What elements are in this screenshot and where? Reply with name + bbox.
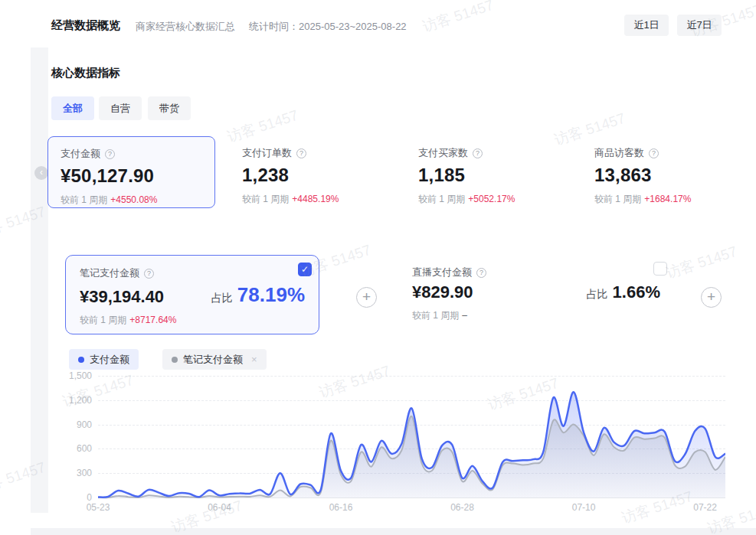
metric-label-text: 支付买家数 bbox=[418, 146, 468, 160]
business-data-overview-page: 访客 51457访客 51457访客 51457访客 51457访客 51457… bbox=[0, 0, 756, 535]
info-icon[interactable]: ? bbox=[144, 269, 154, 279]
x-axis-tick: 06-28 bbox=[450, 502, 474, 513]
sub-card-label: 笔记支付金额? bbox=[80, 266, 305, 280]
x-axis-tick: 06-04 bbox=[208, 502, 231, 513]
y-axis-tick: 600 bbox=[55, 443, 92, 454]
metric-value: ¥50,127.90 bbox=[61, 165, 202, 187]
tab-1[interactable]: 自营 bbox=[99, 96, 142, 120]
trend-area-chart bbox=[98, 373, 725, 499]
metric-label: 支付订单数? bbox=[242, 146, 385, 160]
info-icon[interactable]: ? bbox=[296, 148, 306, 158]
legend-pill-0[interactable]: 支付金额 bbox=[69, 349, 139, 370]
compare-delta: +5052.17% bbox=[468, 194, 515, 204]
sub-card-value: ¥829.90 bbox=[412, 282, 473, 302]
sub-card-0[interactable]: ✓笔记支付金额?¥39,194.40占比78.19%较前 1 周期+8717.6… bbox=[65, 255, 319, 334]
carousel-left-arrow[interactable]: ‹ bbox=[34, 166, 48, 180]
info-icon[interactable]: ? bbox=[649, 148, 659, 158]
metric-compare: 较前 1 周期+1684.17% bbox=[594, 193, 738, 206]
x-axis-tick: 07-10 bbox=[572, 502, 596, 513]
info-icon[interactable]: ? bbox=[476, 268, 486, 278]
metric-compare: 较前 1 周期+4485.19% bbox=[242, 193, 385, 206]
add-metric-button-1[interactable]: + bbox=[356, 287, 377, 308]
note-payment-area bbox=[98, 416, 725, 497]
metric-label: 支付金额? bbox=[61, 147, 202, 161]
metric-label-text: 支付金额 bbox=[61, 147, 100, 161]
compare-label: 较前 1 周期 bbox=[418, 194, 465, 204]
metric-value: 1,185 bbox=[418, 165, 561, 186]
metric-compare: 较前 1 周期+5052.17% bbox=[418, 193, 561, 206]
legend-label: 支付金额 bbox=[90, 353, 129, 367]
compare-label: 较前 1 周期 bbox=[594, 194, 641, 204]
compare-label: 较前 1 周期 bbox=[80, 315, 126, 325]
y-axis-tick: 900 bbox=[55, 419, 92, 430]
share-group: 占比78.19% bbox=[211, 283, 305, 307]
sub-card-label: 直播支付金额? bbox=[412, 266, 660, 279]
share-value: 78.19% bbox=[237, 283, 305, 307]
metric-card-2[interactable]: 支付买家数?1,185较前 1 周期+5052.17% bbox=[406, 136, 574, 208]
y-axis-tick: 300 bbox=[55, 468, 92, 478]
compare-label: 较前 1 周期 bbox=[242, 194, 289, 204]
share-label: 占比 bbox=[587, 288, 608, 302]
y-axis-tick: 1,500 bbox=[55, 370, 92, 381]
x-axis-tick: 07-22 bbox=[693, 502, 717, 513]
sub-card-compare: 较前 1 周期– bbox=[412, 309, 660, 322]
compare-label: 较前 1 周期 bbox=[61, 194, 107, 205]
metric-label-text: 商品访客数 bbox=[594, 146, 644, 160]
close-icon[interactable]: × bbox=[251, 354, 257, 365]
range-button-7day[interactable]: 近7日 bbox=[677, 15, 722, 36]
sub-card-values: ¥39,194.40占比78.19% bbox=[80, 283, 305, 307]
metric-label: 商品访客数? bbox=[594, 146, 738, 160]
section-title-core-metrics: 核心数据指标 bbox=[51, 66, 120, 80]
legend-dot bbox=[172, 357, 178, 363]
metric-card-3[interactable]: 商品访客数?13,863较前 1 周期+1684.17% bbox=[582, 136, 750, 208]
left-gutter bbox=[31, 47, 48, 513]
compare-label: 较前 1 周期 bbox=[412, 310, 459, 321]
y-axis-tick: 1,200 bbox=[55, 395, 92, 406]
metric-label: 支付买家数? bbox=[418, 146, 561, 160]
range-button-1day[interactable]: 近1日 bbox=[624, 15, 669, 36]
page-title: 经营数据概览 bbox=[51, 18, 120, 33]
compare-delta: – bbox=[462, 310, 467, 321]
metric-card-0[interactable]: 支付金额?¥50,127.90较前 1 周期+4550.08% bbox=[47, 136, 215, 208]
x-axis-tick: 06-16 bbox=[329, 502, 353, 513]
legend-dot bbox=[78, 357, 84, 363]
legend-label: 笔记支付金额 bbox=[183, 353, 243, 367]
y-axis-tick: 0 bbox=[55, 492, 92, 503]
compare-delta: +8717.64% bbox=[129, 315, 176, 325]
share-value: 1.66% bbox=[613, 282, 660, 302]
checkbox-checked[interactable]: ✓ bbox=[298, 263, 312, 276]
visitor-watermark: 访客 51457 bbox=[420, 0, 496, 37]
metric-value: 13,863 bbox=[594, 165, 738, 186]
sub-card-value: ¥39,194.40 bbox=[80, 287, 164, 307]
tab-0[interactable]: 全部 bbox=[51, 96, 94, 120]
sub-card-label-text: 直播支付金额 bbox=[412, 266, 472, 279]
page-subtitle: 商家经营核心数据汇总 bbox=[136, 20, 235, 34]
compare-delta: +4550.08% bbox=[110, 194, 157, 205]
checkbox-unchecked[interactable] bbox=[653, 262, 667, 276]
bottom-strip bbox=[31, 528, 756, 535]
info-icon[interactable]: ? bbox=[473, 148, 483, 158]
share-label: 占比 bbox=[211, 292, 233, 305]
metric-compare: 较前 1 周期+4550.08% bbox=[61, 194, 202, 207]
sub-card-compare: 较前 1 周期+8717.64% bbox=[80, 314, 305, 327]
sub-card-label-text: 笔记支付金额 bbox=[80, 266, 139, 280]
sub-card-values: ¥829.90占比1.66% bbox=[412, 282, 660, 302]
visitor-watermark: 访客 51457 bbox=[663, 242, 739, 283]
metric-label-text: 支付订单数 bbox=[242, 146, 292, 160]
tab-2[interactable]: 带货 bbox=[148, 96, 191, 120]
compare-delta: +4485.19% bbox=[292, 194, 339, 204]
info-icon[interactable]: ? bbox=[105, 149, 115, 159]
add-metric-button-2[interactable]: + bbox=[701, 287, 722, 308]
metric-card-1[interactable]: 支付订单数?1,238较前 1 周期+4485.19% bbox=[230, 136, 398, 208]
legend-pill-1[interactable]: 笔记支付金额× bbox=[162, 349, 267, 370]
share-group: 占比1.66% bbox=[587, 282, 660, 302]
sub-card-1[interactable]: 直播支付金额?¥829.90占比1.66%较前 1 周期– bbox=[398, 255, 674, 334]
metric-value: 1,238 bbox=[242, 165, 385, 186]
stat-time-range: 统计时间：2025-05-23~2025-08-22 bbox=[249, 20, 407, 34]
x-axis-tick: 05-23 bbox=[87, 502, 110, 513]
compare-delta: +1684.17% bbox=[644, 194, 691, 204]
